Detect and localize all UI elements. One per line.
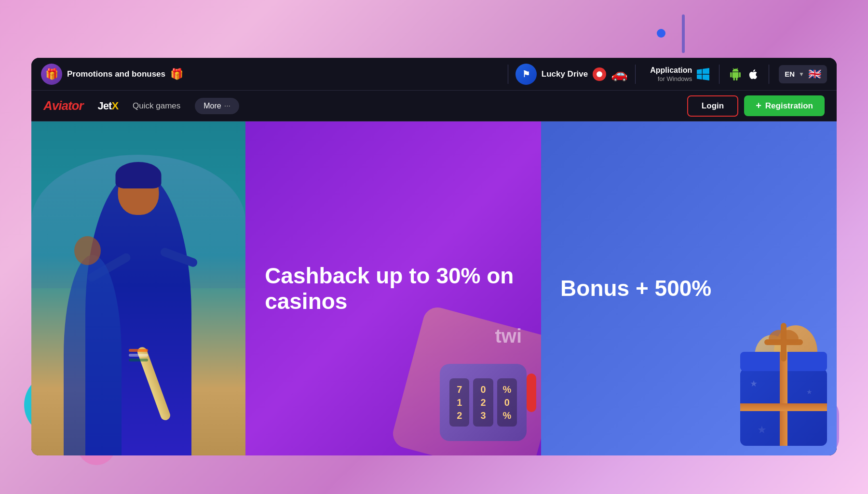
lucky-drive-icon: ⚑ [515, 64, 537, 85]
chevron-down-icon: ▼ [799, 71, 804, 78]
promo-icon: 🎁 [41, 64, 62, 85]
live-dot [597, 71, 602, 77]
star-2: ★ [806, 388, 813, 396]
bg-line-vertical [682, 14, 685, 53]
apple-icon[interactable] [747, 68, 759, 80]
stripe-3 [129, 359, 148, 361]
cashback-text: Cashback up to 30% on casinos [265, 263, 522, 314]
register-button[interactable]: + Registration [744, 95, 825, 116]
nav-right: Login + Registration [687, 95, 825, 117]
player-2-jersey [64, 255, 122, 455]
bonus-card[interactable]: Bonus + 500% ★ ★ ★ [541, 121, 837, 455]
top-bar-right: Application for Windows [628, 65, 827, 84]
player-2-head [74, 236, 101, 265]
content-area: Cashback up to 30% on casinos 7 1 2 0 2 … [31, 121, 837, 455]
windows-icon [697, 68, 709, 80]
login-button[interactable]: Login [687, 95, 738, 117]
stripe-2 [129, 354, 148, 357]
jetx-x: X [111, 100, 118, 112]
slot-reel-2: 0 2 3 [473, 378, 493, 427]
more-button[interactable]: More ··· [195, 98, 239, 114]
gift-box-body: ★ ★ ★ [740, 369, 827, 446]
more-label: More [203, 102, 221, 110]
more-dots-icon: ··· [224, 102, 231, 110]
slot-reel-1: 7 1 2 [449, 378, 469, 427]
bow-v [781, 323, 787, 361]
app-text-block: Application for Windows [650, 66, 692, 82]
flag-m-icon: ⚑ [522, 69, 530, 80]
cashback-card[interactable]: Cashback up to 30% on casinos 7 1 2 0 2 … [245, 121, 541, 455]
nav-bar: Aviator JetX Quick games More ··· Login … [31, 91, 837, 121]
mobile-icons [729, 68, 759, 80]
star-1: ★ [750, 378, 758, 389]
cricket-card [31, 121, 245, 455]
bonus-text: Bonus + 500% [560, 276, 817, 301]
gift-bow [764, 323, 803, 361]
divider-2 [635, 65, 636, 84]
divider-1 [508, 65, 508, 84]
car-icon: 🚗 [611, 66, 628, 82]
bg-dot-blue [657, 29, 665, 38]
jetx-logo[interactable]: JetX [98, 100, 118, 112]
slot-body: 7 1 2 0 2 3 % 0 % [440, 364, 527, 441]
lang-code: EN [785, 70, 795, 78]
app-section[interactable]: Application for Windows [650, 66, 709, 82]
divider-3 [719, 65, 719, 84]
slot-handle [527, 374, 536, 412]
live-badge [593, 67, 606, 81]
slot-reel-3: % 0 % [497, 378, 517, 427]
promo-section[interactable]: 🎁 Promotions and bonuses 🎁 [41, 64, 501, 85]
lucky-drive-label: Lucky Drive [542, 69, 588, 79]
quick-games-link[interactable]: Quick games [133, 101, 180, 111]
flag-icon: 🇬🇧 [808, 68, 821, 80]
register-label: Registration [765, 101, 813, 111]
aviator-logo[interactable]: Aviator [43, 98, 83, 113]
top-bar: 🎁 Promotions and bonuses 🎁 ⚑ Lucky Drive… [31, 58, 837, 91]
gift-decoration: ★ ★ ★ [721, 325, 827, 446]
aviator-logo-text: Aviator [43, 98, 83, 113]
app-label: Application [650, 66, 692, 75]
main-container: 🎁 Promotions and bonuses 🎁 ⚑ Lucky Drive… [31, 58, 837, 455]
gift-icon: 🎁 [45, 68, 58, 80]
slot-machine: 7 1 2 0 2 3 % 0 % [430, 345, 527, 441]
star-3: ★ [757, 424, 767, 436]
lang-selector[interactable]: EN ▼ 🇬🇧 [779, 65, 827, 83]
player-helmet [116, 162, 162, 188]
stripe-1 [129, 349, 148, 352]
jersey-stripes [124, 255, 153, 455]
app-sublabel: for Windows [650, 75, 692, 82]
twi-label: twi [495, 325, 522, 347]
promo-label: Promotions and bonuses [67, 69, 165, 79]
divider-4 [769, 65, 769, 84]
cricket-bg [31, 121, 245, 455]
plus-icon: + [756, 100, 761, 111]
lucky-drive-section[interactable]: ⚑ Lucky Drive 🚗 [515, 64, 628, 85]
promo-emoji: 🎁 [170, 68, 183, 80]
ribbon-horizontal [740, 403, 827, 411]
android-icon[interactable] [729, 68, 742, 80]
